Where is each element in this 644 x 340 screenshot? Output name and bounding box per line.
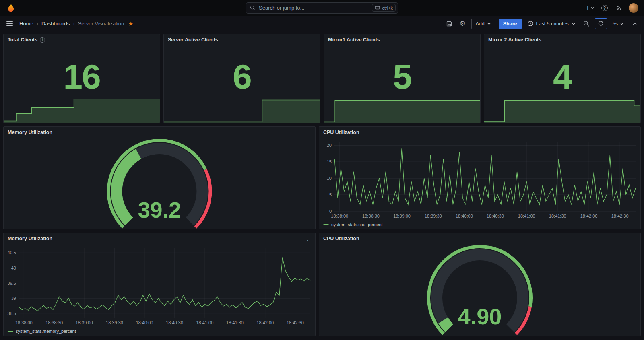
chevron-down-icon: [487, 22, 491, 26]
legend-item[interactable]: system_stats.cpu_percent: [323, 222, 383, 227]
breadcrumb-dashboards[interactable]: Dashboards: [41, 21, 70, 27]
time-range-picker[interactable]: Last 5 minutes: [525, 19, 578, 29]
help-button[interactable]: ?: [600, 3, 609, 13]
zoom-out-icon: [583, 21, 590, 27]
svg-text:18:39:00: 18:39:00: [76, 320, 93, 325]
plus-icon: +: [586, 4, 590, 11]
dashboard-settings-button[interactable]: ⚙: [458, 19, 468, 29]
svg-text:4.90: 4.90: [458, 304, 502, 329]
panel-title[interactable]: Memory Utilization: [8, 236, 52, 241]
panel-title[interactable]: Total Clients: [8, 37, 37, 43]
search-input[interactable]: Search or jump to... ctrl+k: [246, 2, 398, 14]
svg-text:18:40:30: 18:40:30: [166, 320, 183, 325]
favorite-star-icon[interactable]: ★: [128, 20, 133, 27]
grafana-logo[interactable]: [6, 3, 16, 13]
refresh-button[interactable]: [595, 18, 607, 29]
time-range-label: Last 5 minutes: [536, 21, 569, 27]
panel-memory-timeseries: Memory Utilization ⋮ 38.53939.54040.518:…: [3, 233, 316, 336]
svg-text:39.2: 39.2: [138, 198, 181, 223]
svg-text:18:42:30: 18:42:30: [611, 214, 629, 218]
new-menu-button[interactable]: +: [585, 3, 595, 13]
svg-text:18:42:00: 18:42:00: [580, 214, 598, 218]
save-icon: [446, 21, 452, 27]
gauge-container: 4.90: [319, 244, 640, 336]
cpu-utilization-chart[interactable]: 0510152018:38:0018:38:3018:39:0018:39:30…: [319, 138, 640, 220]
search-icon: [250, 5, 256, 11]
stat-value: 16: [4, 48, 160, 105]
chevron-right-icon: ›: [73, 21, 74, 27]
panel-title[interactable]: CPU Utilization: [323, 236, 359, 241]
grafana-flame-icon: [6, 3, 16, 13]
svg-text:18:39:30: 18:39:30: [106, 320, 123, 325]
panel-total-clients: Total Clients i 16: [3, 34, 160, 123]
zoom-out-button[interactable]: [581, 19, 592, 29]
panel-cpu-timeseries: CPU Utilization 0510152018:38:0018:38:30…: [319, 126, 641, 229]
panel-title[interactable]: Mirror 2 Active Clients: [488, 37, 541, 43]
panel-mirror2-active-clients: Mirror 2 Active Clients 4: [484, 34, 641, 123]
panel-menu-icon[interactable]: ⋮: [304, 235, 311, 242]
svg-text:15: 15: [327, 159, 332, 164]
memory-utilization-chart[interactable]: 38.53939.54040.518:38:0018:38:3018:39:00…: [4, 244, 315, 327]
memory-utilization-gauge: 39.2: [83, 138, 236, 229]
question-icon: ?: [601, 5, 608, 11]
mirror1-active-clients-sparkline: [324, 97, 480, 123]
svg-text:39: 39: [11, 296, 16, 301]
menu-toggle-button[interactable]: [4, 19, 15, 29]
dashboard-grid: Total Clients i 16 Server Active Clients…: [0, 31, 644, 338]
add-button-label: Add: [476, 21, 485, 27]
svg-text:18:38:00: 18:38:00: [331, 214, 348, 218]
share-button[interactable]: Share: [499, 19, 522, 29]
gauge-container: 39.2: [4, 138, 315, 229]
stat-value: 5: [324, 48, 480, 105]
info-icon[interactable]: i: [40, 37, 45, 43]
stat-value: 4: [484, 48, 640, 105]
stats-row: Total Clients i 16 Server Active Clients…: [3, 34, 641, 123]
panel-title[interactable]: Mirror1 Active Clients: [328, 37, 380, 43]
legend-swatch: [323, 224, 329, 225]
svg-text:18:39:00: 18:39:00: [393, 214, 411, 218]
total-clients-sparkline: [4, 97, 160, 123]
add-button[interactable]: Add: [471, 19, 495, 29]
news-button[interactable]: [614, 3, 624, 13]
panel-title[interactable]: Server Active Clients: [168, 37, 218, 43]
svg-text:18:41:30: 18:41:30: [549, 214, 566, 218]
refresh-icon: [598, 21, 604, 27]
search-shortcut-badge: ctrl+k: [372, 4, 396, 12]
panel-header: CPU Utilization: [319, 127, 640, 138]
svg-text:18:40:00: 18:40:00: [456, 214, 473, 218]
search-placeholder: Search or jump to...: [259, 5, 369, 11]
svg-text:40.5: 40.5: [8, 250, 16, 255]
refresh-interval-dropdown[interactable]: 5s: [610, 19, 626, 29]
svg-text:38.5: 38.5: [8, 311, 16, 316]
chevron-down-icon: [572, 22, 576, 26]
dashboard-toolbar: Home › Dashboards › Server Visualization…: [0, 16, 644, 31]
svg-text:18:38:00: 18:38:00: [15, 320, 33, 325]
legend-item[interactable]: system_stats.memory_percent: [8, 329, 76, 334]
svg-text:18:38:30: 18:38:30: [45, 320, 63, 325]
svg-text:39.5: 39.5: [8, 281, 16, 286]
svg-text:40: 40: [11, 266, 16, 270]
svg-text:20: 20: [327, 143, 332, 148]
chart-legend: system_stats.cpu_percent: [319, 220, 640, 229]
top-navigation-bar: Search or jump to... ctrl+k + ?: [0, 0, 644, 16]
panel-title[interactable]: Memory Utilization: [8, 130, 52, 135]
server-active-clients-sparkline: [164, 97, 320, 123]
refresh-interval-label: 5s: [613, 21, 618, 27]
breadcrumb-home[interactable]: Home: [19, 21, 33, 27]
chevron-up-icon: [632, 21, 637, 26]
save-dashboard-button[interactable]: [444, 19, 454, 29]
chart-legend: system_stats.memory_percent: [4, 327, 315, 336]
panel-header: CPU Utilization: [319, 233, 640, 244]
svg-text:18:41:00: 18:41:00: [196, 320, 213, 325]
legend-label: system_stats.memory_percent: [16, 329, 76, 334]
breadcrumb-current: Server Visualization: [78, 21, 124, 27]
panel-mirror1-active-clients: Mirror1 Active Clients 5: [324, 34, 481, 123]
user-avatar[interactable]: [629, 3, 638, 13]
panel-title[interactable]: CPU Utilization: [323, 130, 359, 135]
svg-text:18:38:30: 18:38:30: [362, 214, 380, 218]
panel-header: Mirror 2 Active Clients: [484, 34, 640, 45]
panel-cpu-gauge: CPU Utilization 4.90: [319, 233, 641, 336]
svg-text:18:41:30: 18:41:30: [226, 320, 244, 325]
collapse-toolbar-button[interactable]: [630, 19, 640, 29]
svg-text:18:41:00: 18:41:00: [518, 214, 535, 218]
